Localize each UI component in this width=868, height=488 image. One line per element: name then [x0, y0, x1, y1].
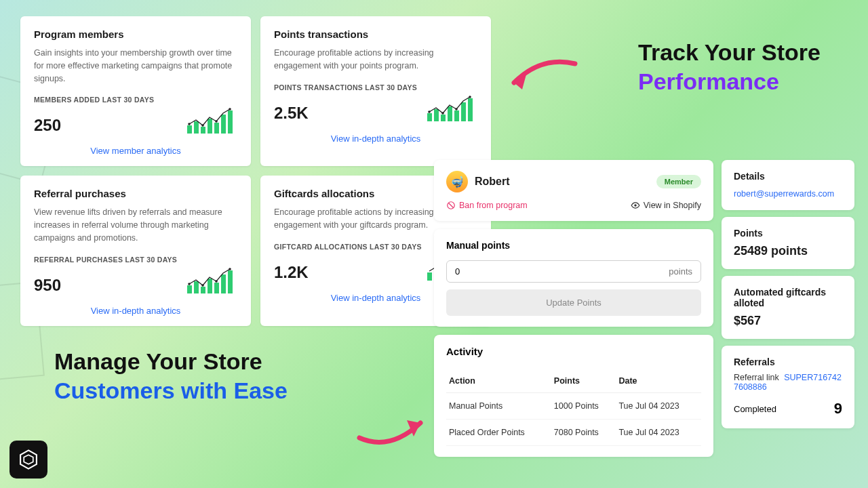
svg-rect-13	[441, 115, 446, 121]
customer-name: Robert	[475, 176, 510, 188]
customer-email-link[interactable]: robert@superrewards.com	[734, 189, 834, 199]
details-panel: Details robert@superrewards.com	[722, 160, 854, 210]
update-points-button[interactable]: Update Points	[446, 289, 701, 316]
svg-point-29	[188, 283, 191, 285]
svg-point-21	[469, 96, 471, 98]
card-referral-purchases: Referral purchases View revenue lifts dr…	[20, 176, 251, 325]
metric-label: MEMBERS ADDED LAST 30 DAYS	[34, 96, 237, 104]
card-program-members: Program members Gain insights into your …	[20, 16, 251, 166]
svg-rect-24	[201, 287, 205, 293]
svg-rect-26	[214, 283, 219, 293]
table-row: Placed Order Points 7080 Points Tue Jul …	[446, 420, 701, 446]
svg-point-32	[229, 268, 231, 270]
svg-rect-15	[454, 110, 459, 121]
svg-rect-2	[201, 127, 205, 134]
analytics-grid: Program members Gain insights into your …	[20, 16, 495, 326]
completed-count: 9	[834, 400, 842, 418]
giftcards-value: $567	[734, 314, 842, 328]
svg-rect-3	[208, 119, 212, 134]
ban-from-program-link[interactable]: Ban from program	[446, 201, 528, 210]
svg-point-19	[441, 112, 444, 115]
svg-rect-28	[228, 270, 233, 293]
svg-point-9	[215, 120, 218, 123]
eye-icon	[631, 201, 640, 210]
metric-label: REFERRAL PURCHASES LAST 30 DAYS	[34, 256, 237, 264]
arrow-icon	[500, 56, 582, 103]
panel-title: Activity	[446, 346, 701, 357]
col-points: Points	[551, 369, 616, 393]
app-logo	[9, 441, 47, 479]
svg-rect-5	[221, 115, 226, 134]
ban-icon	[446, 201, 456, 210]
activity-panel: Activity Action Points Date Manual Point…	[434, 335, 713, 457]
col-action: Action	[446, 369, 551, 393]
card-desc: Gain insights into your membership growt…	[34, 47, 237, 85]
sparkline-icon	[183, 106, 237, 135]
card-title: Referral purchases	[34, 188, 237, 199]
points-unit: points	[669, 266, 692, 277]
svg-rect-4	[214, 123, 219, 134]
svg-rect-25	[208, 279, 212, 293]
referrals-panel: Referrals Referral link SUPER71674276088…	[722, 346, 854, 428]
manual-points-input[interactable]	[455, 266, 669, 277]
svg-line-43	[449, 203, 454, 208]
manual-points-panel: Manual points points Update Points	[434, 229, 713, 327]
view-analytics-link[interactable]: View in-depth analytics	[91, 306, 181, 316]
view-in-shopify-link[interactable]: View in Shopify	[631, 201, 701, 210]
svg-point-18	[428, 110, 431, 113]
svg-rect-12	[434, 109, 439, 121]
svg-rect-1	[194, 121, 199, 134]
svg-rect-16	[461, 102, 466, 121]
view-analytics-link[interactable]: View member analytics	[90, 146, 180, 156]
giftcards-panel: Automated giftcards alloted $567	[722, 276, 854, 339]
col-date: Date	[616, 369, 701, 393]
completed-label: Completed	[734, 404, 776, 414]
svg-point-44	[634, 204, 637, 207]
metric-value: 950	[34, 276, 61, 295]
card-points-transactions: Points transactions Encourage profitable…	[260, 16, 491, 166]
metric-label: POINTS TRANSACTIONS LAST 30 DAYS	[274, 83, 477, 92]
svg-rect-23	[194, 281, 199, 293]
headline-manage-customers: Manage Your Store Customers with Ease	[54, 348, 288, 404]
svg-point-7	[188, 123, 191, 125]
profile-panel: 🤿 Robert Member Ban from program View in…	[434, 160, 713, 221]
svg-rect-22	[187, 285, 192, 293]
svg-marker-46	[24, 455, 33, 464]
sparkline-icon	[183, 266, 237, 295]
view-analytics-link[interactable]: View in-depth analytics	[331, 134, 421, 144]
card-desc: View revenue lifts driven by referrals a…	[34, 206, 237, 244]
svg-rect-27	[221, 274, 226, 293]
arrow-icon	[353, 404, 434, 451]
metric-value: 250	[34, 116, 61, 135]
svg-rect-17	[468, 98, 473, 121]
points-panel: Points 25489 points	[722, 217, 854, 269]
manual-points-input-wrap: points	[446, 260, 701, 283]
svg-rect-33	[427, 272, 432, 281]
points-value: 25489 points	[734, 244, 842, 258]
svg-point-31	[215, 280, 218, 283]
panel-title: Manual points	[446, 240, 701, 251]
svg-rect-14	[448, 106, 452, 121]
svg-rect-6	[228, 110, 233, 134]
avatar: 🤿	[446, 171, 468, 192]
svg-point-10	[229, 108, 231, 110]
member-badge: Member	[656, 175, 701, 188]
metric-value: 2.5K	[274, 104, 309, 123]
svg-marker-45	[20, 450, 37, 468]
table-row: Manual Points 1000 Points Tue Jul 04 202…	[446, 393, 701, 420]
svg-point-20	[455, 108, 458, 110]
svg-point-8	[201, 124, 204, 127]
card-title: Points transactions	[274, 28, 477, 40]
metric-value: 1.2K	[274, 263, 309, 282]
svg-rect-11	[427, 113, 432, 121]
sparkline-icon	[423, 94, 477, 123]
svg-rect-0	[187, 125, 192, 134]
card-title: Program members	[34, 28, 237, 40]
svg-point-30	[201, 284, 204, 287]
view-analytics-link[interactable]: View in-depth analytics	[331, 293, 421, 303]
customer-panel: 🤿 Robert Member Ban from program View in…	[434, 160, 854, 481]
card-desc: Encourage profitable actions by increasi…	[274, 47, 477, 73]
headline-track-performance: Track Your Store Performance	[638, 39, 821, 95]
hexagon-logo-icon	[17, 448, 40, 471]
